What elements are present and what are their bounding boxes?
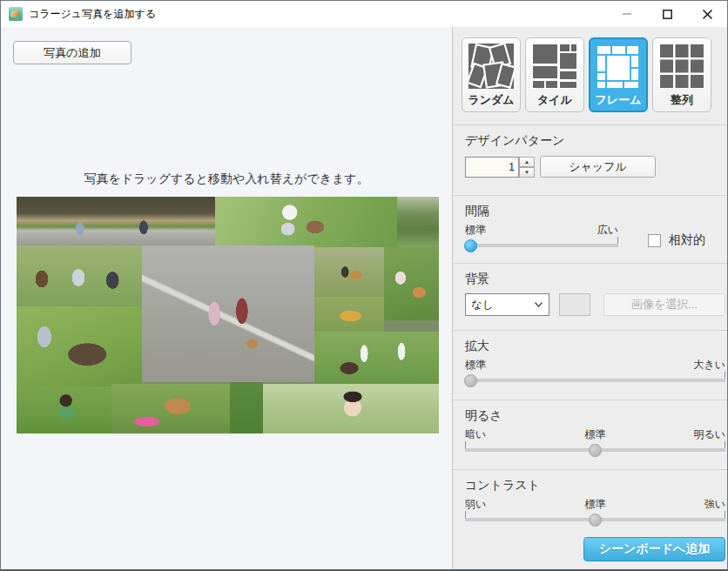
spacing-slider-track[interactable] (465, 244, 618, 247)
add-photos-button[interactable]: 写真の追加 (13, 41, 131, 64)
enlarge-section: 拡大 標準 大きい (453, 330, 728, 400)
background-dropdown[interactable]: なし (465, 293, 549, 316)
pattern-increment-button[interactable]: ▲ (519, 157, 535, 167)
frame-layout-icon (596, 44, 641, 89)
relative-checkbox-group[interactable]: 相対的 (648, 232, 705, 248)
spacing-min-label: 標準 (465, 223, 486, 236)
layout-label-tile: タイル (537, 92, 572, 108)
app-icon (9, 7, 23, 21)
collage-preview[interactable] (17, 197, 439, 433)
minimize-button[interactable] (607, 1, 647, 27)
relative-checkbox[interactable] (648, 234, 661, 247)
contrast-slider[interactable] (465, 511, 725, 527)
enlarge-max-label: 大きい (693, 358, 725, 371)
grid-layout-icon (659, 44, 704, 89)
design-pattern-spinner: ▲ ▼ (519, 157, 535, 178)
collage-photo-dog-pink-shovel[interactable] (111, 384, 230, 433)
brightness-title: 明るさ (465, 408, 725, 424)
design-pattern-input[interactable] (465, 157, 519, 178)
brightness-max-label: 明るい (693, 427, 725, 440)
select-image-button: 画像を選択... (603, 293, 725, 316)
chevron-down-icon (535, 302, 543, 307)
contrast-section: コントラスト 弱い 標準 強い (453, 469, 728, 537)
collage-photo-man-dog-field[interactable] (314, 247, 384, 297)
contrast-title: コントラスト (465, 478, 725, 494)
pattern-decrement-button[interactable]: ▼ (519, 167, 535, 178)
design-pattern-section: デザインパターン ▲ ▼ シャッフル (453, 124, 728, 195)
background-color-swatch (559, 293, 590, 316)
enlarge-min-label: 標準 (465, 358, 486, 371)
tile-layout-icon (532, 44, 577, 89)
background-dropdown-value: なし (471, 298, 494, 312)
relative-checkbox-label: 相対的 (669, 232, 705, 248)
spacing-section: 間隔 標準 広い (453, 195, 728, 263)
collage-dialog-window: コラージュ写真を追加する 写真の追加 写真をドラッグすると移動や入れ替えができま… (0, 0, 728, 571)
layout-label-random: ランダム (468, 92, 514, 108)
collage-photo-trees[interactable] (397, 197, 439, 251)
brightness-slider[interactable] (465, 441, 725, 457)
preview-panel: 写真の追加 写真をドラッグすると移動や入れ替えができます。 (1, 27, 452, 569)
collage-photo-girl-yellow[interactable] (314, 297, 384, 332)
collage-photo-boy-puppy[interactable] (17, 386, 111, 433)
layout-label-align: 整列 (671, 92, 693, 108)
enlarge-title: 拡大 (465, 339, 725, 354)
contrast-max-label: 強い (704, 497, 725, 510)
background-section: 背景 なし 画像を選択... (453, 263, 728, 330)
add-to-sceneboard-button[interactable]: シーンボードへ追加 (583, 537, 725, 561)
contrast-slider-thumb[interactable] (589, 514, 602, 527)
background-title: 背景 (465, 272, 725, 287)
brightness-min-label: 暗い (465, 427, 486, 440)
spacing-title: 間隔 (465, 204, 725, 219)
collage-photo-puppy-socks[interactable] (314, 332, 439, 384)
brightness-slider-thumb[interactable] (589, 444, 602, 457)
close-button[interactable] (687, 1, 727, 27)
settings-panel: ランダム (452, 27, 728, 569)
collage-photo-kids-snacking[interactable] (17, 245, 143, 310)
collage-photo-grass[interactable] (230, 382, 263, 433)
collage-photo-boy-petting-dog[interactable] (17, 306, 143, 386)
contrast-min-label: 弱い (465, 497, 486, 510)
collage-photo-boy-cap-puppy[interactable] (215, 197, 397, 249)
design-pattern-title: デザインパターン (465, 133, 725, 149)
collage-photo-kids-chihuahua[interactable] (384, 247, 439, 320)
brightness-section: 明るさ 暗い 標準 明るい (453, 400, 728, 469)
enlarge-slider-thumb[interactable] (464, 374, 477, 387)
window-controls (607, 1, 727, 27)
spacing-max-label: 広い (597, 223, 618, 236)
collage-photo-smiling-boy[interactable] (263, 384, 439, 433)
enlarge-slider[interactable] (465, 372, 725, 387)
spacing-slider[interactable] (465, 237, 618, 252)
layout-button-align[interactable]: 整列 (652, 37, 711, 112)
footer: シーンボードへ追加 (453, 537, 728, 571)
titlebar: コラージュ写真を追加する (1, 1, 727, 27)
drag-hint-text: 写真をドラッグすると移動や入れ替えができます。 (1, 171, 452, 187)
random-layout-icon (468, 44, 514, 89)
shuffle-button[interactable]: シャッフル (540, 156, 656, 178)
layout-button-tile[interactable]: タイル (525, 37, 584, 112)
enlarge-slider-track[interactable] (465, 379, 725, 382)
maximize-button[interactable] (647, 1, 687, 27)
collage-photo-road-kids[interactable] (17, 197, 215, 246)
close-icon (703, 10, 712, 19)
layout-button-frame[interactable]: フレーム (589, 37, 648, 112)
layout-button-random[interactable]: ランダム (462, 37, 521, 112)
window-title: コラージュ写真を追加する (29, 7, 156, 22)
brightness-mid-label: 標準 (585, 427, 606, 442)
minimize-icon (623, 10, 631, 18)
collage-photo-center-kids-dachshund[interactable] (142, 245, 314, 382)
contrast-mid-label: 標準 (585, 497, 606, 512)
layout-type-row: ランダム (453, 27, 728, 124)
spacing-slider-thumb[interactable] (464, 239, 477, 252)
layout-label-frame: フレーム (596, 92, 642, 108)
maximize-icon (663, 10, 672, 19)
